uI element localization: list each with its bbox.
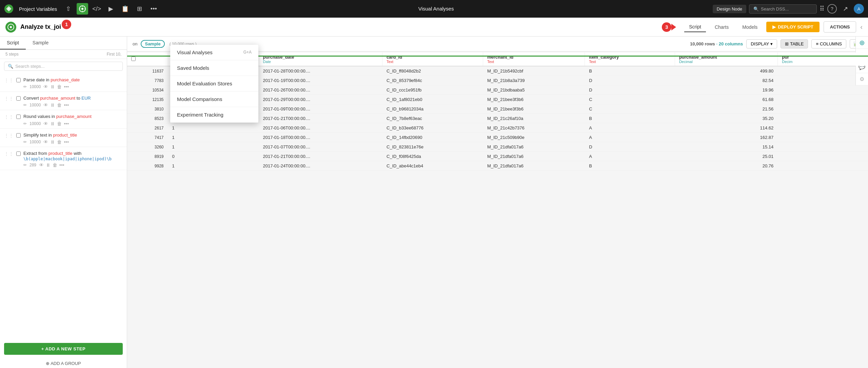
more-icon[interactable]: ••• (148, 3, 159, 15)
add-side-icon[interactable]: ⊕ (856, 37, 868, 49)
pause-icon-3[interactable]: ⏸ (50, 121, 55, 126)
search-placeholder: Search DSS... (761, 6, 789, 12)
trash-icon-2[interactable]: 🗑 (57, 102, 62, 108)
trash-icon-5[interactable]: 🗑 (53, 162, 57, 168)
tab-models[interactable]: Models (737, 22, 762, 32)
project-name[interactable]: Project Variables (16, 6, 60, 12)
drag-handle-3[interactable]: ⋮⋮ (4, 114, 14, 120)
more-icon-2[interactable]: ••• (64, 102, 69, 108)
step-3-meta: ✏ 10000 👁 ⏸ 🗑 ••• (23, 121, 123, 126)
app-logo (4, 4, 14, 14)
pause-icon-4[interactable]: ⏸ (50, 139, 55, 145)
step-1-checkbox[interactable] (16, 78, 21, 82)
tab-charts[interactable]: Charts (710, 22, 733, 32)
visual-analyses-icon[interactable] (77, 3, 88, 15)
row-num-0: 11637 (127, 66, 168, 76)
select-all-checkbox[interactable] (131, 57, 136, 61)
dropdown-item-visual-analyses[interactable]: Visual Analyses G+A (170, 45, 258, 60)
cell-merchant-id-1: M_ID_21b8a3a739 (483, 76, 585, 85)
cell-purchase-date-6: 2017-01-06T00:00:00.... (259, 123, 382, 133)
book-icon[interactable]: 📋 (119, 3, 131, 15)
more-icon-5[interactable]: ••• (59, 162, 64, 168)
display-button[interactable]: DISPLAY ▾ (746, 39, 777, 48)
row-num-8: 3260 (127, 142, 168, 152)
actions-button[interactable]: ACTIONS (824, 21, 856, 33)
add-group-button[interactable]: ⊕ ADD A GROUP (0, 359, 127, 368)
trash-icon-4[interactable]: 🗑 (57, 139, 62, 145)
eye-icon-5[interactable]: 👁 (39, 162, 44, 168)
step-5-title: Extract from product_title with (23, 150, 123, 157)
analytics-icon[interactable]: ↗ (840, 3, 851, 15)
col-header-purchase-date[interactable]: purchase_date Date (259, 53, 382, 66)
more-icon-1[interactable]: ••• (64, 84, 69, 89)
row-num-3: 12135 (127, 95, 168, 104)
col-header-merchant-id[interactable]: merchant_id Text (483, 53, 585, 66)
share-icon[interactable]: ⇧ (62, 3, 74, 15)
grid-icon[interactable]: ⊞ (134, 3, 145, 15)
step-5-checkbox[interactable] (16, 151, 21, 156)
col-header-purchase-amount[interactable]: purchase_amount Decimal (675, 53, 777, 66)
dropdown-item-model-comparisons[interactable]: Model Comparisons (170, 91, 258, 107)
cell-card-id-5: C_ID_7b8ef63eac (382, 114, 483, 123)
row-num-9: 8919 (127, 152, 168, 161)
cell-pur-1 (778, 76, 868, 85)
columns-button[interactable]: ≡ COLUMNS (811, 39, 846, 48)
table-label: TABLE (790, 41, 804, 46)
eye-icon-3[interactable]: 👁 (43, 121, 48, 126)
design-node-button[interactable]: Design Node (713, 5, 746, 13)
step-4-checkbox[interactable] (16, 133, 21, 138)
drag-handle-2[interactable]: ⋮⋮ (4, 96, 14, 101)
tab-script-panel[interactable]: Script (0, 37, 26, 49)
drag-handle-4[interactable]: ⋮⋮ (4, 133, 14, 138)
pause-icon-5[interactable]: ⏸ (46, 162, 51, 168)
drag-handle-5[interactable]: ⋮⋮ (4, 151, 14, 157)
back-button[interactable]: ‹ (860, 23, 863, 31)
cell-merchant-id-3: M_ID_21bee3f3b6 (483, 95, 585, 104)
pause-icon-2[interactable]: ⏸ (50, 102, 55, 108)
more-icon-3[interactable]: ••• (64, 121, 69, 126)
cell-card-id-10: C_ID_abe44c1eb4 (382, 161, 483, 171)
more-icon-4[interactable]: ••• (64, 139, 69, 145)
step-5-meta: ✏ 289 👁 ⏸ 🗑 ••• (23, 162, 123, 168)
eye-icon-4[interactable]: 👁 (43, 139, 48, 145)
drag-handle-1[interactable]: ⋮⋮ (4, 78, 14, 83)
dropdown-item-model-eval[interactable]: Model Evaluation Stores (170, 76, 258, 91)
step-4-title: Simplify text in product_title (23, 132, 123, 138)
trash-icon-3[interactable]: 🗑 (57, 121, 62, 126)
user-avatar[interactable]: A (854, 4, 864, 14)
col-header-item-category[interactable]: item_category Text (585, 53, 675, 66)
cell-purchase-date-7: 2017-01-18T00:00:00.... (259, 133, 382, 142)
step-3-checkbox[interactable] (16, 115, 21, 119)
apps-grid-icon[interactable]: ⠿ (820, 5, 825, 13)
dropdown-item-experiment-tracking[interactable]: Experiment Tracking (170, 107, 258, 123)
play-icon[interactable]: ▶ (105, 3, 117, 15)
global-search[interactable]: 🔍 Search DSS... (749, 4, 817, 14)
col-header-pur[interactable]: pur Decim (778, 53, 868, 66)
eye-icon-1[interactable]: 👁 (43, 84, 48, 89)
step-5-icon: ✏ (23, 163, 27, 167)
step-2-checkbox[interactable] (16, 96, 21, 101)
pause-icon-1[interactable]: ⏸ (50, 84, 55, 89)
cell-merchant-id-4: M_ID_21bee3f3b6 (483, 104, 585, 114)
trash-icon-1[interactable]: 🗑 (57, 84, 62, 89)
tab-script[interactable]: Script (684, 22, 706, 32)
tab-sample-panel[interactable]: Sample (26, 37, 55, 49)
eye-icon-2[interactable]: 👁 (43, 102, 48, 108)
step-3-title: Round values in purchase_amount (23, 114, 123, 120)
search-steps-container[interactable]: 🔍 Search steps... (4, 62, 123, 71)
settings-side-icon[interactable]: ⚙ (856, 73, 868, 85)
add-step-button[interactable]: + ADD A NEW STEP (4, 343, 123, 355)
cell-merchant-id-0: M_ID_21b5492cbf (483, 66, 585, 76)
cell-merchant-id-5: M_ID_21c26af10a (483, 114, 585, 123)
deploy-script-button[interactable]: ▶ DEPLOY SCRIPT (766, 22, 820, 32)
sample-badge[interactable]: Sample (141, 40, 164, 48)
svg-point-5 (10, 26, 12, 28)
code-icon[interactable]: </> (91, 3, 102, 15)
step-5: ⋮⋮ Extract from product_title with \b(ap… (0, 147, 127, 170)
cell-purchase-amount-1: 82.54 (675, 76, 777, 85)
help-button[interactable]: ? (827, 4, 837, 14)
table-button[interactable]: ⊞ TABLE (781, 39, 808, 48)
dropdown-item-saved-models[interactable]: Saved Models (170, 60, 258, 76)
col-header-card-id[interactable]: card_id Text (382, 53, 483, 66)
header-checkbox[interactable] (127, 53, 168, 66)
